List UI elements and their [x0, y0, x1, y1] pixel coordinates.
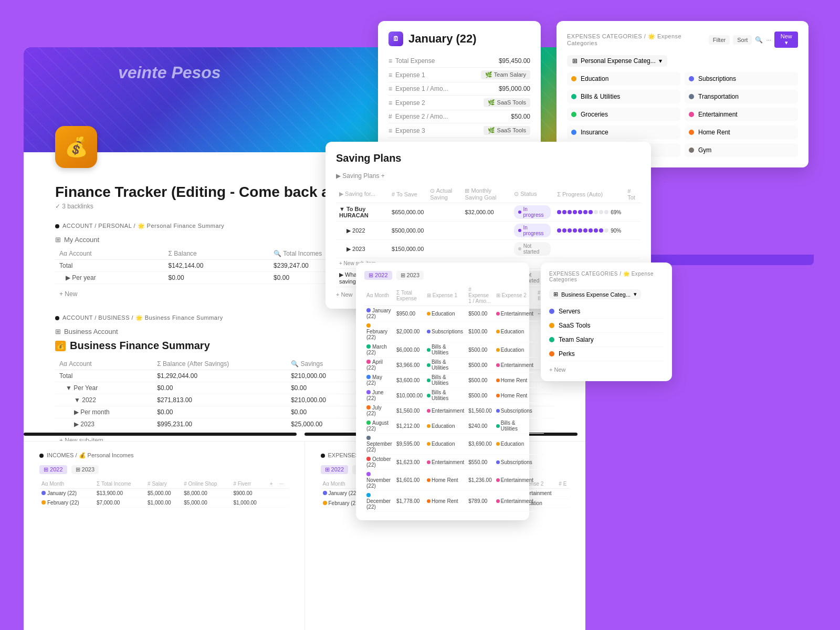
tab-2022-monthly[interactable]: ⊞ 2022	[364, 271, 392, 280]
dropdown-personal[interactable]: ⊞ Personal Expense Categ... ▾	[567, 55, 667, 67]
cat-item-insurance: Insurance	[567, 125, 680, 139]
table-row: July (22) $1,560.00 Entertainment $1,560…	[364, 403, 544, 418]
cat-dot-subscriptions	[689, 76, 694, 81]
biz-cat-header: EXPENSES CATEGORIES / 🌟 Expense Categori…	[549, 271, 664, 282]
col-balance: Σ Balance	[164, 248, 269, 260]
expense-cat-actions: Filter Sort 🔍 ··· New ▾	[709, 32, 798, 48]
inc-col-fiverr: # Fiverr	[231, 479, 267, 489]
incomes-table: Aα Month Σ Total Income # Salary # Onlin…	[39, 479, 289, 508]
save-col-actual: ⊙ Actual Saving	[427, 185, 461, 203]
progress-69	[557, 210, 608, 214]
biz-dot-servers	[549, 309, 554, 314]
cat-dot-gym	[689, 148, 694, 153]
cat-dot-transportation	[689, 94, 694, 99]
saving-plans-title: Saving Plans	[336, 152, 640, 164]
cat-item-entertainment: Entertainment	[685, 108, 798, 121]
biz-cat-perks: Perks	[549, 347, 664, 361]
biz-dropdown[interactable]: ⊞ Business Expense Categ... ▾	[549, 289, 641, 299]
table-row: April (22) $3,966.00 Bills & Utilities $…	[364, 358, 544, 373]
table-row: January (22) $13,900.00 $5,000.00 $8,000…	[39, 489, 289, 498]
biz-cat-saas-tools: SaaS Tools	[549, 319, 664, 333]
save-col-for: ▶ Saving for...	[336, 185, 388, 203]
personal-incomes-section: INCOMES / 💰 Personal Incomes ⊞ 2022 ⊞ 20…	[24, 442, 305, 630]
tab-2023-monthly[interactable]: ⊞ 2023	[396, 271, 424, 280]
biz-col-savings: 🔍 Savings	[287, 358, 359, 370]
table-row: February (22) $7,000.00 $1,000.00 $5,000…	[39, 498, 289, 508]
table-row: October (22) $1,623.00 Entertainment $55…	[364, 455, 544, 470]
sort-button[interactable]: Sort	[733, 35, 752, 45]
cat-item-transportation: Transportation	[685, 90, 798, 103]
biz-dot-saas-tools	[549, 323, 554, 328]
inc-col-dots: ···	[277, 479, 289, 489]
inc-col-month: Aα Month	[39, 479, 94, 489]
status-in-progress: In progress	[514, 205, 551, 219]
biz-col-balance-after: Σ Balance (After Savings)	[153, 358, 287, 370]
cat-item-gym: Gym	[685, 143, 798, 157]
filter-button[interactable]: Filter	[709, 35, 730, 45]
biz-cat-new-button[interactable]: + New	[549, 366, 664, 373]
tab-2023-incomes[interactable]: ⊞ 2023	[71, 465, 99, 474]
save-col-monthly: ⊞ Monthly Saving Goal	[461, 185, 511, 203]
cat-item-home-rent: Home Rent	[685, 125, 798, 139]
new-saving-plan-button[interactable]: ▶ Saving Plans +	[336, 172, 385, 180]
january-panel-title: 🗓 January (22)	[388, 32, 530, 46]
saving-plans-new: ▶ Saving Plans +	[336, 171, 640, 180]
table-row: August (22) $1,212.00 Education $240.00 …	[364, 418, 544, 434]
table-row: November (22) $1,601.00 Home Rent $1,236…	[364, 470, 544, 491]
table-row: September (22) $9,595.00 Education $3,69…	[364, 434, 544, 455]
monthly-col-month: Aα Month	[364, 285, 394, 306]
monthly-col-exp2: ⊞ Expense 2	[494, 285, 536, 306]
tab-2022-incomes[interactable]: ⊞ 2022	[39, 465, 67, 474]
table-row: March (22) $6,000.00 Bills & Utilities $…	[364, 342, 544, 358]
cat-item-subscriptions: Subscriptions	[685, 72, 798, 86]
save-col-status: ⊙ Status	[511, 185, 554, 203]
table-row: ▼ To Buy HURACAN $650,000.00 $32,000.00 …	[336, 203, 640, 222]
cat-item-groceries: Groceries	[567, 108, 680, 121]
section-dot-biz	[55, 316, 59, 320]
inc-col-shop: # Online Shop	[182, 479, 231, 489]
panel-row: ≡ Expense 1 / Amo... $95,000.00	[388, 82, 530, 96]
monthly-col-total: Σ Total Expense	[394, 285, 425, 306]
biz-cat-servers: Servers	[549, 304, 664, 319]
panel-row: ≡ Expense 2 🌿 SaaS Tools	[388, 96, 530, 110]
table-row: May (22) $3,600.00 Bills & Utilities $50…	[364, 373, 544, 388]
panel-row: ≡ Expense 3 🌿 SaaS Tools	[388, 123, 530, 138]
inc-col-more: +	[268, 479, 277, 489]
tab-2022-expenses[interactable]: ⊞ 2022	[321, 465, 349, 474]
cat-dot-education	[571, 76, 576, 81]
panel-row: ≡ Total Expense $95,450.00	[388, 55, 530, 68]
biz-cat-team-salary: Team Salary	[549, 333, 664, 347]
incomes-header: INCOMES / 💰 Personal Incomes	[39, 452, 289, 459]
status-in-progress-2022: In progress	[514, 224, 551, 237]
monthly-data-tabs: ⊞ 2022 ⊞ 2023	[364, 271, 521, 280]
table-row: ▶ 2022 $500,000.00 In progress	[336, 222, 640, 240]
scrollbar-left[interactable]	[24, 433, 297, 436]
biz-expense-categories-panel: EXPENSES CATEGORIES / 🌟 Expense Categori…	[541, 262, 672, 381]
new-saving-button[interactable]: + New	[336, 291, 353, 298]
col-account: Aα Account	[55, 248, 164, 260]
biz-cat-dropdown: ⊞ Business Expense Categ... ▾	[549, 289, 664, 299]
table-row: January (22) $950.00 Education $500.00 E…	[364, 306, 544, 321]
save-col-to-save: # To Save	[388, 185, 427, 203]
january-icon: 🗓	[388, 32, 403, 46]
panel-row: ≡ Expense 1 🌿 Team Salary	[388, 68, 530, 82]
monthly-col-exp1: ⊞ Expense 1	[425, 285, 466, 306]
monthly-data-table: Aα Month Σ Total Expense ⊞ Expense 1 # E…	[364, 285, 544, 512]
section-dot	[55, 224, 59, 228]
cat-item-education: Education	[567, 72, 680, 86]
save-col-progress: Σ Progress (Auto)	[554, 185, 624, 203]
exp-col-e: # E	[556, 479, 570, 489]
badge-saas-tools-1: 🌿 SaaS Tools	[484, 98, 530, 107]
hero-text: veinte Pesos	[118, 63, 221, 82]
cat-dot-bills	[571, 94, 576, 99]
cat-item-bills: Bills & Utilities	[567, 90, 680, 103]
badge-saas-tools-2: 🌿 SaaS Tools	[484, 126, 530, 135]
cat-dot-home-rent	[689, 130, 694, 135]
expense-cat-header: EXPENSES CATEGORIES / 🌟 Expense Categori…	[567, 32, 798, 48]
new-button[interactable]: New ▾	[774, 32, 798, 48]
inc-col-total: Σ Total Income	[94, 479, 145, 489]
cat-dot-entertainment	[689, 112, 694, 117]
table-row: December (22) $1,778.00 Home Rent $789.0…	[364, 491, 544, 512]
biz-categories-list: Servers SaaS Tools Team Salary Perks	[549, 304, 664, 361]
cat-dot-groceries	[571, 112, 576, 117]
